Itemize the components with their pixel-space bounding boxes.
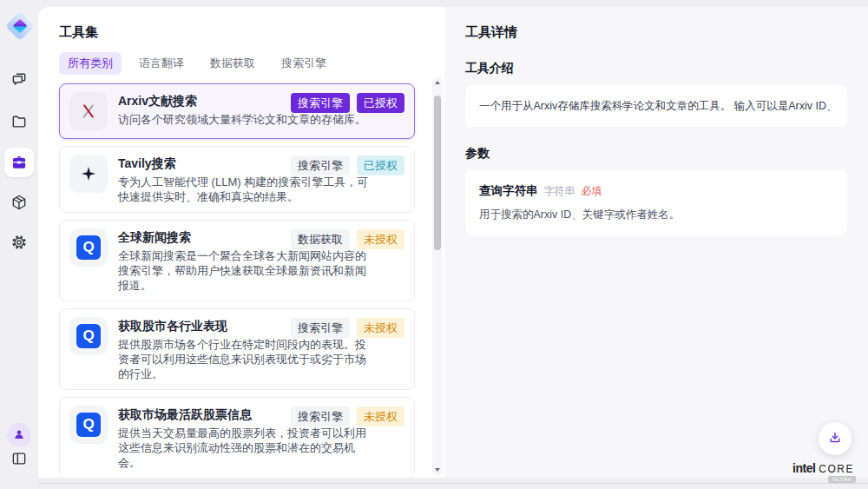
category-badge: 数据获取 <box>291 229 350 249</box>
category-badge: 搜索引擎 <box>291 406 350 426</box>
scroll-up-icon[interactable] <box>435 81 440 84</box>
tavily-icon <box>69 155 108 193</box>
category-badge: 搜索引擎 <box>291 155 350 175</box>
tools-panel-title: 工具集 <box>59 23 444 42</box>
intel-core-logo: intel core ULTRA <box>792 461 854 475</box>
param-desc: 用于搜索的Arxiv ID、关键字或作者姓名。 <box>479 207 833 222</box>
tools-panel: 工具集 所有类别语言翻译数据获取搜索引擎 Arxiv文献搜索访问各个研究领域大量… <box>38 7 444 478</box>
category-tabs: 所有类别语言翻译数据获取搜索引擎 <box>59 52 444 75</box>
param-name: 查询字符串 <box>479 183 538 199</box>
tab-search[interactable]: 搜索引擎 <box>273 52 335 75</box>
param-header: 查询字符串 字符串 必填 <box>479 183 833 199</box>
tool-card-global-news[interactable]: Q全球新闻搜索全球新闻搜索是一个聚合全球各大新闻网站内容的搜索引擎，帮助用户快速… <box>59 220 415 301</box>
left-rail <box>0 0 38 489</box>
chat-icon <box>10 70 28 88</box>
params-heading: 参数 <box>465 145 847 161</box>
tool-badges: 搜索引擎已授权 <box>291 93 404 113</box>
sidebar-toggle-button[interactable] <box>4 444 34 473</box>
ultra-badge: ULTRA <box>828 476 856 483</box>
auth-status-badge: 未授权 <box>357 406 404 426</box>
tool-description: 提供股票市场各个行业在特定时间段内的表现。投资者可以利用这些信息来识别表现优于或… <box>118 337 375 381</box>
tab-translation[interactable]: 语言翻译 <box>130 52 193 75</box>
list-scrollbar[interactable] <box>432 76 443 476</box>
tool-card-arxiv[interactable]: Arxiv文献搜索访问各个研究领域大量科学论文和文章的存储库。搜索引擎已授权 <box>59 83 415 139</box>
nav-tools-button[interactable] <box>4 148 34 177</box>
nav-settings-button[interactable] <box>4 228 34 257</box>
window-bottom-edge <box>0 483 868 484</box>
tool-description: 全球新闻搜索是一个聚合全球各大新闻网站内容的搜索引擎，帮助用户快速获取全球最新资… <box>118 248 375 293</box>
tool-card-tavily[interactable]: Tavily搜索专为人工智能代理 (LLM) 构建的搜索引擎工具，可快速提供实时… <box>59 146 415 213</box>
juhe-icon: Q <box>69 406 108 444</box>
category-badge: 搜索引擎 <box>291 93 350 113</box>
tool-badges: 搜索引擎未授权 <box>291 406 404 426</box>
tab-data[interactable]: 数据获取 <box>201 52 264 75</box>
person-icon <box>12 427 26 444</box>
intro-heading: 工具介绍 <box>465 60 847 76</box>
auth-status-badge: 已授权 <box>357 93 404 113</box>
param-card: 查询字符串 字符串 必填 用于搜索的Arxiv ID、关键字或作者姓名。 <box>465 170 847 235</box>
scrollbar-thumb[interactable] <box>434 96 441 250</box>
tool-card-stock-sector[interactable]: Q获取股市各行业表现提供股票市场各个行业在特定时间段内的表现。投资者可以利用这些… <box>59 308 415 390</box>
tool-badges: 搜索引擎未授权 <box>291 318 404 338</box>
scroll-down-icon[interactable] <box>435 468 440 472</box>
auth-status-badge: 未授权 <box>357 229 404 249</box>
tool-description: 访问各个研究领域大量科学论文和文章的存储库。 <box>118 112 366 127</box>
app-logo-icon <box>8 14 32 38</box>
nav-chat-button[interactable] <box>4 64 34 94</box>
nav-packages-button[interactable] <box>4 188 34 217</box>
intel-wordmark: intel <box>792 461 815 475</box>
tool-description: 提供当天交易量最高的股票列表，投资者可以利用这些信息来识别流动性强的股票和潜在的… <box>118 426 375 470</box>
tool-list: Arxiv文献搜索访问各个研究领域大量科学论文和文章的存储库。搜索引擎已授权Ta… <box>59 83 415 478</box>
download-icon <box>827 430 843 448</box>
folder-icon <box>10 113 28 130</box>
panel-toggle-icon <box>10 450 28 467</box>
intro-card: 一个用于从Arxiv存储库搜索科学论文和文章的工具。 输入可以是Arxiv ID… <box>465 85 847 127</box>
auth-status-badge: 未授权 <box>357 318 404 338</box>
gear-icon <box>10 234 28 251</box>
category-badge: 搜索引擎 <box>291 318 350 338</box>
detail-panel-title: 工具详情 <box>465 23 847 42</box>
tab-all[interactable]: 所有类别 <box>59 52 122 75</box>
download-button[interactable] <box>819 422 852 455</box>
app-window: 工具集 所有类别语言翻译数据获取搜索引擎 Arxiv文献搜索访问各个研究领域大量… <box>0 0 868 489</box>
tool-badges: 数据获取未授权 <box>291 229 404 249</box>
tool-description: 专为人工智能代理 (LLM) 构建的搜索引擎工具，可快速提供实时、准确和真实的结… <box>118 175 375 204</box>
param-required-flag: 必填 <box>582 184 602 199</box>
juhe-icon: Q <box>69 228 108 267</box>
tool-card-stock-active[interactable]: Q获取市场最活跃股票信息提供当天交易量最高的股票列表，投资者可以利用这些信息来识… <box>59 397 415 478</box>
param-type: 字符串 <box>544 184 575 199</box>
core-wordmark: core <box>819 463 854 475</box>
tool-badges: 搜索引擎已授权 <box>291 155 404 175</box>
cube-icon <box>10 194 28 211</box>
toolbox-icon <box>10 154 28 171</box>
juhe-icon: Q <box>69 317 108 355</box>
nav-files-button[interactable] <box>4 107 34 136</box>
intro-text: 一个用于从Arxiv存储库搜索科学论文和文章的工具。 输入可以是Arxiv ID… <box>479 98 833 114</box>
auth-status-badge: 已授权 <box>357 155 404 175</box>
arxiv-icon <box>69 92 108 130</box>
tool-detail-panel: 工具详情 工具介绍 一个用于从Arxiv存储库搜索科学论文和文章的工具。 输入可… <box>444 7 868 478</box>
